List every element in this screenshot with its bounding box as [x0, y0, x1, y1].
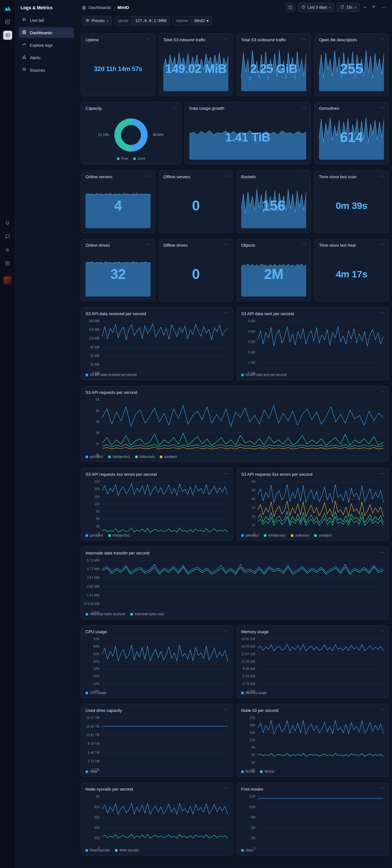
- app-logo-icon[interactable]: [3, 4, 12, 13]
- presets-label: Presets: [92, 19, 105, 23]
- sidebar-item-sources[interactable]: Sources: [19, 65, 74, 75]
- card-title: Online servers: [85, 174, 112, 179]
- time-range-dropdown[interactable]: Last 3 days ▾: [298, 3, 334, 12]
- inbound-value: 149.02 MiB: [165, 62, 226, 76]
- svg-text:18K: 18K: [250, 723, 255, 727]
- card-menu-icon[interactable]: ⋯: [224, 243, 229, 246]
- svg-text:60 MB: 60 MB: [90, 354, 100, 358]
- svg-text:30: 30: [252, 506, 256, 510]
- card-goroutines: Goroutines⋯ 614: [314, 102, 389, 164]
- alert-triangle-icon: [22, 55, 27, 60]
- card-menu-icon[interactable]: ⋯: [380, 629, 385, 632]
- sidebar-item-alerts[interactable]: Alerts: [19, 52, 74, 63]
- svg-text:21K: 21K: [250, 716, 255, 719]
- svg-text:0 GiB: 0 GiB: [247, 689, 255, 693]
- source-dropdown[interactable]: MinIO ▾: [191, 16, 212, 25]
- chart-plot[interactable]: 0 GB1 GB2 GB3 GB4 GB5 GB: [239, 319, 385, 372]
- svg-text:9K: 9K: [251, 746, 256, 749]
- card-menu-icon[interactable]: ⋯: [302, 106, 307, 109]
- card-menu-icon[interactable]: ⋯: [380, 243, 385, 246]
- card-menu-icon[interactable]: ⋯: [224, 37, 229, 41]
- svg-text:60: 60: [252, 480, 256, 484]
- card-menu-icon[interactable]: ⋯: [302, 174, 307, 178]
- card-menu-icon[interactable]: ⋯: [224, 708, 229, 711]
- feedback-chat-icon[interactable]: [3, 232, 12, 241]
- legend-item[interactable]: Free: [117, 157, 128, 160]
- card-menu-icon[interactable]: ⋯: [146, 174, 151, 178]
- card-menu-icon[interactable]: ⋯: [302, 37, 307, 41]
- chart-plot[interactable]: 0306090120150180210: [83, 479, 230, 532]
- panels-button[interactable]: [286, 3, 295, 12]
- card-s3-data-received-chart: S3 API data received per second⋯ 0 MB30 …: [81, 307, 233, 380]
- card-menu-icon[interactable]: ⋯: [172, 106, 177, 109]
- svg-text:120: 120: [94, 502, 100, 506]
- svg-text:15K: 15K: [250, 731, 255, 735]
- theme-sun-icon[interactable]: [3, 245, 12, 254]
- chart-plot[interactable]: 0K3K6K9K12K15K18K21K: [239, 715, 385, 769]
- chart-plot[interactable]: 02004006008001K: [83, 794, 230, 847]
- card-cpu-usage-chart: CPU usage⋯ 0%10%20%30%40%50%60%70% CPU u…: [81, 625, 233, 698]
- card-menu-icon[interactable]: ⋯: [380, 311, 385, 314]
- server-input[interactable]: [132, 16, 170, 25]
- card-menu-icon[interactable]: ⋯: [224, 472, 229, 475]
- notifications-bell-icon[interactable]: [3, 219, 12, 227]
- card-title: Buckets: [241, 174, 256, 179]
- sidebar-item-live-tail[interactable]: Live tail: [19, 15, 74, 26]
- capacity-used-label: 51.14%: [98, 133, 109, 136]
- user-avatar[interactable]: [3, 276, 12, 284]
- svg-text:50: 50: [252, 489, 256, 492]
- svg-text:30%: 30%: [93, 667, 100, 671]
- chart-plot[interactable]: 0 TiB2.73 TiB5.46 TiB8.19 TiB10.91 TiB13…: [83, 715, 230, 769]
- capacity-donut[interactable]: [114, 118, 148, 152]
- card-menu-icon[interactable]: ⋯: [380, 551, 385, 554]
- chart-plot[interactable]: 0102030405060: [239, 479, 385, 532]
- topbar: ▦ Dashboards › MinIO Last 3 days ▾ 15s ▾: [78, 0, 392, 15]
- card-menu-icon[interactable]: ⋯: [380, 174, 385, 178]
- legend-item[interactable]: Used: [133, 157, 145, 160]
- svg-text:60: 60: [96, 517, 100, 521]
- chart-plot[interactable]: 03M6M9M12M15M: [239, 794, 385, 847]
- presets-dropdown[interactable]: Presets ▾: [82, 16, 112, 26]
- chart-plot[interactable]: 0%10%20%30%40%50%60%70%: [83, 637, 230, 690]
- svg-text:976.56 KiB: 976.56 KiB: [84, 602, 100, 606]
- chart-plot[interactable]: 0K1K2K3K4K5K: [83, 397, 385, 454]
- svg-text:1K: 1K: [96, 795, 100, 798]
- sidebar-item-label: Live tail: [30, 18, 44, 23]
- svg-text:10: 10: [252, 523, 256, 527]
- card-title: S3 API data sent per second: [241, 311, 294, 316]
- card-menu-icon[interactable]: ⋯: [224, 311, 229, 314]
- svg-text:19.56 GiB: 19.56 GiB: [241, 637, 256, 641]
- card-menu-icon[interactable]: ⋯: [146, 243, 151, 246]
- sidebar-item-dashboards[interactable]: Dashboards: [19, 27, 74, 38]
- sidebar-item-explore-logs[interactable]: Explore logs: [19, 40, 74, 51]
- card-menu-icon[interactable]: ⋯: [380, 708, 385, 711]
- chart-plot[interactable]: 0 KiB976.56 KiB1.91 MiB2.86 MiB3.81 MiB4…: [83, 558, 385, 611]
- breadcrumb-current-minio[interactable]: MinIO: [117, 5, 129, 10]
- card-menu-icon[interactable]: ⋯: [380, 37, 385, 41]
- add-panel-icon[interactable]: +: [362, 4, 368, 10]
- dashboards-grid-icon: [22, 30, 27, 35]
- card-menu-icon[interactable]: ⋯: [380, 472, 385, 475]
- new-item-icon[interactable]: [3, 17, 12, 26]
- main-content: ▦ Dashboards › MinIO Last 3 days ▾ 15s ▾: [78, 0, 392, 868]
- card-internode-transfer-chart: Internode data transfer per second⋯ 0 Ki…: [81, 547, 389, 619]
- refresh-interval-dropdown[interactable]: 15s ▾: [337, 3, 359, 12]
- svg-text:1.91 MiB: 1.91 MiB: [87, 593, 100, 597]
- card-menu-icon[interactable]: ⋯: [302, 243, 307, 246]
- card-menu-icon[interactable]: ⋯: [380, 390, 385, 393]
- chart-plot[interactable]: 0 MB30 MB60 MB90 MB120 MB150 MB180 MB: [83, 319, 230, 372]
- card-menu-icon[interactable]: ⋯: [146, 37, 151, 41]
- docs-icon[interactable]: [3, 259, 12, 268]
- breadcrumb-dashboards-link[interactable]: Dashboards: [88, 5, 111, 10]
- breadcrumb-separator: ›: [113, 5, 115, 10]
- more-options-icon[interactable]: ⋯: [380, 4, 388, 10]
- card-menu-icon[interactable]: ⋯: [224, 629, 229, 632]
- bolt-icon[interactable]: [370, 4, 377, 10]
- card-menu-icon[interactable]: ⋯: [380, 787, 385, 790]
- chart-plot[interactable]: 0 GiB2.79 GiB5.59 GiB8.38 GiB11.18 GiB13…: [239, 637, 385, 690]
- card-menu-icon[interactable]: ⋯: [380, 106, 385, 109]
- collapse-sidebar-icon[interactable]: [3, 31, 12, 40]
- card-menu-icon[interactable]: ⋯: [224, 787, 229, 790]
- card-menu-icon[interactable]: ⋯: [224, 174, 229, 178]
- card-title: Free inodes: [241, 787, 263, 792]
